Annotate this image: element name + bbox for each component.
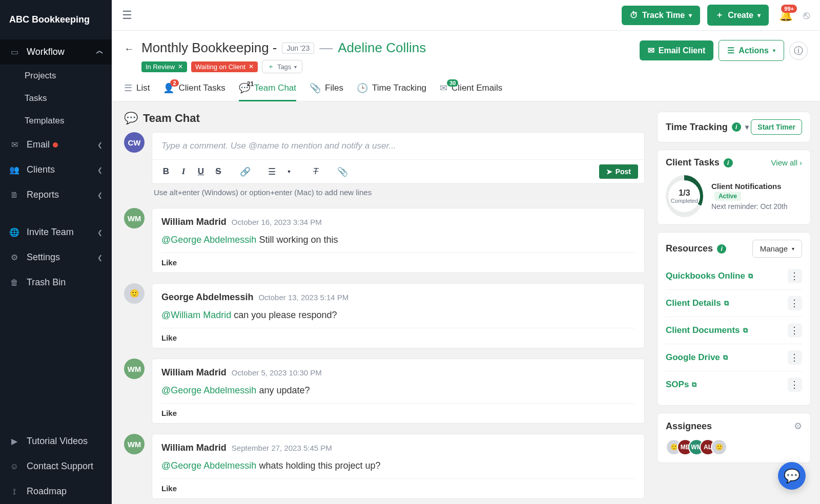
sidebar-item-roadmap[interactable]: ⟟ Roadmap [0,479,112,504]
tab-time-tracking[interactable]: 🕒 Time Tracking [357,82,426,101]
resource-menu-button[interactable]: ⋮ [788,269,802,283]
like-button[interactable]: Like [161,258,177,267]
info-icon[interactable]: i [724,158,733,167]
sidebar-item-invite-team[interactable]: 🌐 Invite Team ❮ [0,220,112,245]
view-all-link[interactable]: View all › [771,158,802,167]
hamburger-icon[interactable]: ☰ [122,9,132,22]
clock-icon: 🕒 [357,82,368,94]
chat-composer: Type a comment. Use @name to mention and… [152,132,645,184]
mention-link[interactable]: @George Abdelmessih [161,460,256,471]
composer-hint: Use alt+enter (Windows) or option+enter … [152,184,645,197]
author-avatar: WM [124,359,145,379]
client-link[interactable]: Adeline Collins [338,40,426,56]
message-author: William Madrid [161,367,227,378]
resource-link[interactable]: Client Documents ⧉ [666,325,748,335]
tab-client-tasks[interactable]: 👤 2 Client Tasks [163,82,225,101]
remove-tag-icon[interactable]: ✕ [249,63,254,70]
tab-team-chat[interactable]: 💬 21 Team Chat [239,82,296,101]
ordered-list-button[interactable]: ☰ [264,164,279,179]
bold-button[interactable]: B [158,164,174,179]
tab-files[interactable]: 📎 Files [310,82,343,101]
create-button[interactable]: ＋ Create ▾ [707,5,769,26]
unordered-list-button[interactable]: • [281,164,297,179]
progress-ring: 1/3 Completed [666,175,703,217]
editor-toolbar: B I U S 🔗 ☰ • T 📎 [152,159,644,183]
remove-tag-icon[interactable]: ✕ [178,63,183,70]
chat-icon: 💬 [784,468,800,484]
sidebar-item-support[interactable]: ☺ Contact Support [0,454,112,479]
sidebar-item-reports[interactable]: 🗎 Reports ❮ [0,182,112,207]
actions-button[interactable]: ☰ Actions ▾ [719,40,784,61]
tab-list[interactable]: ☰ List [124,82,150,101]
tab-client-emails[interactable]: ✉ 30 Client Emails [440,82,502,101]
resource-link[interactable]: Client Details ⧉ [666,298,729,308]
message-body: @George Abdelmessih Still working on thi… [161,235,635,245]
logout-icon[interactable]: ⎋ [803,9,810,22]
sidebar-item-settings[interactable]: ⚙ Settings ❮ [0,245,112,270]
italic-button[interactable]: I [176,164,191,179]
resource-link[interactable]: Quickbooks Online ⧉ [666,271,753,281]
users-icon: 👥 [9,165,19,175]
sidebar-sub-projects[interactable]: Projects [0,65,112,87]
resource-menu-button[interactable]: ⋮ [788,350,802,365]
resource-link[interactable]: Google Drive ⧉ [666,352,728,363]
clear-formatting-button[interactable]: T [308,164,323,179]
mention-link[interactable]: @William Madrid [161,310,231,320]
message-body: @George Abdelmessih whats holding this p… [161,460,635,471]
track-time-button[interactable]: ⏱ Track Time ▾ [622,6,700,25]
message-timestamp: October 16, 2023 3:34 PM [232,218,322,226]
status-tag-in-review[interactable]: In Review ✕ [141,61,187,72]
message-author: William Madrid [161,217,227,227]
resource-menu-button[interactable]: ⋮ [788,377,802,392]
like-button[interactable]: Like [161,409,177,417]
add-tags-button[interactable]: ＋ Tags ▾ [262,60,302,73]
info-button[interactable]: ⓘ [789,41,808,60]
like-button[interactable]: Like [161,484,177,493]
email-client-button[interactable]: ✉ Email Client [640,40,714,60]
like-button[interactable]: Like [161,333,177,342]
post-button[interactable]: ➤ Post [599,164,638,179]
external-link-icon: ⧉ [748,272,753,280]
author-avatar: WM [124,434,145,454]
info-icon[interactable]: i [732,122,741,132]
underline-button[interactable]: U [193,164,209,179]
sidebar-sub-templates[interactable]: Templates [0,110,112,132]
external-link-icon: ⧉ [743,326,748,334]
strikethrough-button[interactable]: S [211,164,226,179]
resource-menu-button[interactable]: ⋮ [788,296,802,310]
gear-icon[interactable]: ⚙ [794,421,802,432]
assignee-avatar[interactable]: 🙂 [711,439,727,455]
sidebar-sub-tasks[interactable]: Tasks [0,87,112,110]
resource-item: Client Documents ⧉⋮ [666,317,802,344]
chevron-down-icon: ▾ [773,48,775,53]
chevron-left-icon: ❮ [97,229,102,236]
external-link-icon: ⧉ [724,299,729,307]
message-timestamp: October 13, 2023 5:14 PM [258,293,348,302]
manage-resources-button[interactable]: Manage ▾ [752,240,802,258]
list-icon: ☰ [124,82,132,94]
sidebar-item-workflow[interactable]: ▭ Workflow ❮ [0,39,112,65]
chat-message: William MadridOctober 5, 2023 10:30 PM@G… [152,359,645,424]
resource-link[interactable]: SOPs ⧉ [666,380,696,390]
info-icon[interactable]: i [717,244,726,254]
chat-widget-button[interactable]: 💬 [778,462,806,490]
start-timer-button[interactable]: Start Timer [751,119,802,135]
status-tag-waiting-on-client[interactable]: Waiting on Client ✕ [191,61,258,72]
mention-link[interactable]: @George Abdelmessih [161,235,256,245]
mention-link[interactable]: @George Abdelmessih [161,385,256,395]
link-button[interactable]: 🔗 [237,164,253,179]
chevron-right-icon: › [799,158,802,167]
sidebar-item-email[interactable]: ✉ Email ❮ [0,132,112,157]
person-icon: 👤 2 [163,82,174,94]
back-arrow-icon[interactable]: ← [124,43,134,55]
sidebar-item-tutorials[interactable]: ▶ Tutorial Videos [0,429,112,454]
chevron-down-icon[interactable]: ▾ [745,123,749,131]
chat-message: William MadridSeptember 27, 2023 5:45 PM… [152,434,645,499]
sidebar-item-clients[interactable]: 👥 Clients ❮ [0,157,112,182]
notifications-button[interactable]: 🔔 99+ [776,9,796,22]
resource-menu-button[interactable]: ⋮ [788,323,802,338]
chat-message: George AbdelmessihOctober 13, 2023 5:14 … [152,283,645,348]
attachment-button[interactable]: 📎 [335,164,350,179]
chat-input[interactable]: Type a comment. Use @name to mention and… [152,133,644,159]
sidebar-item-trash[interactable]: 🗑 Trash Bin [0,270,112,295]
